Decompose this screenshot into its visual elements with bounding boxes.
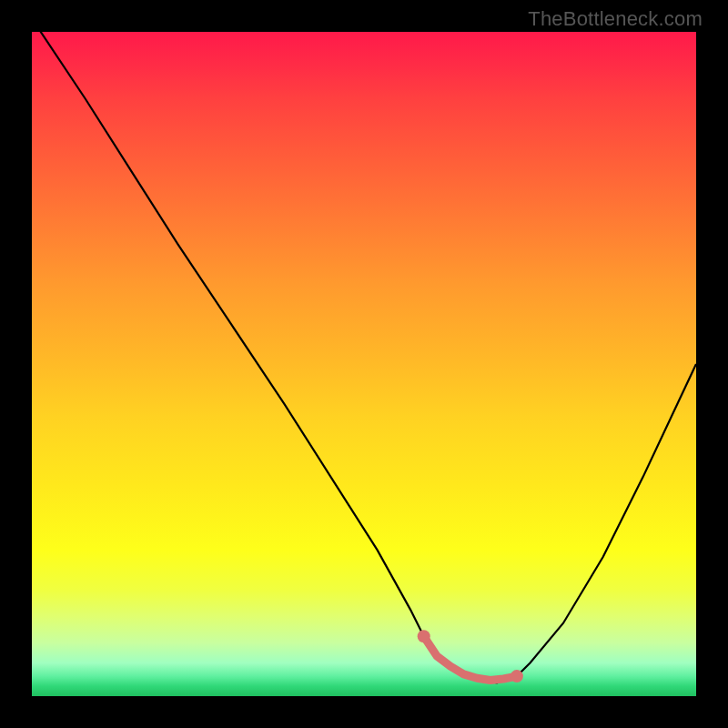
chart-plot-area bbox=[32, 32, 696, 696]
chart-svg bbox=[32, 32, 696, 696]
optimal-start-marker bbox=[418, 630, 430, 642]
optimal-band-line bbox=[424, 636, 517, 680]
optimal-end-marker bbox=[511, 670, 523, 682]
watermark-text: TheBottleneck.com bbox=[528, 7, 703, 31]
bottleneck-curve-line bbox=[32, 32, 696, 682]
